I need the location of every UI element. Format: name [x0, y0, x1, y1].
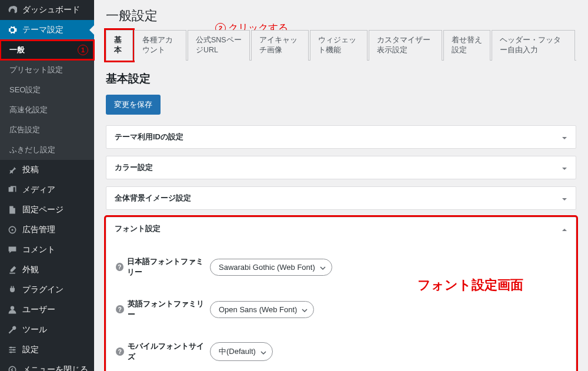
chevron-down-icon — [562, 165, 567, 171]
row-mobile-font-size: ? モバイルフォントサイズ 中(Default) — [116, 330, 566, 371]
label-jp-font-family: ? 日本語フォントファミリー — [116, 256, 210, 278]
comment-icon — [7, 245, 18, 255]
select-en-font-family[interactable]: Open Sans (Web Font) — [210, 301, 314, 318]
svg-point-2 — [11, 306, 14, 310]
section-heading: 基本設定 — [106, 71, 576, 86]
sidebar-sub-fukidashi[interactable]: ふきだし設定 — [0, 140, 94, 160]
panel-color-header[interactable]: カラー設定 — [106, 156, 576, 179]
panel-theme-id-header[interactable]: テーマ利用IDの設定 — [106, 126, 576, 148]
main-content: 一般設定 2 クリックする 基本 各種アカウント 公式SNSページURL アイキ… — [94, 0, 588, 371]
tab-kisekae[interactable]: 着せ替え設定 — [443, 30, 491, 61]
select-mobile-font-size-value: 中(Default) — [219, 346, 256, 357]
sidebar-media[interactable]: メディア — [0, 180, 94, 200]
tab-eyecatch[interactable]: アイキャッチ画像 — [251, 30, 309, 61]
panel-font-body: ? 日本語フォントファミリー Sawarabi Gothic (Web Font… — [106, 240, 576, 371]
chevron-down-icon — [260, 349, 266, 355]
admin-sidebar: ダッシュボード テーマ設定 一般 1 プリセット設定 SEO設定 高速化設定 広… — [0, 0, 94, 371]
sidebar-users[interactable]: ユーザー — [0, 300, 94, 320]
svg-point-1 — [11, 229, 13, 230]
svg-point-5 — [10, 351, 12, 353]
chevron-down-icon — [562, 195, 567, 201]
pin-icon — [7, 165, 18, 175]
sidebar-tools[interactable]: ツール — [0, 320, 94, 340]
panel-theme-id-title: テーマ利用IDの設定 — [115, 132, 183, 142]
sidebar-sub-general-label: 一般 — [9, 45, 25, 55]
sidebar-pages[interactable]: 固定ページ — [0, 200, 94, 220]
annotation-font-panel-label: フォント設定画面 — [417, 276, 523, 294]
row-en-font-family: ? 英語フォントファミリー Open Sans (Web Font) — [116, 288, 566, 330]
panel-color: カラー設定 — [106, 156, 576, 179]
page-title: 一般設定 — [106, 0, 576, 29]
sidebar-ad-manage[interactable]: 広告管理 — [0, 220, 94, 240]
svg-point-3 — [10, 346, 12, 348]
select-jp-font-family[interactable]: Sawarabi Gothic (Web Font) — [210, 259, 332, 276]
chevron-down-icon — [320, 264, 326, 270]
annotation-number-1: 1 — [78, 45, 88, 55]
sidebar-sub-ads[interactable]: 広告設定 — [0, 120, 94, 140]
tab-sns-url[interactable]: 公式SNSページURL — [188, 30, 250, 61]
tab-accounts[interactable]: 各種アカウント — [134, 30, 186, 61]
sidebar-sub-seo[interactable]: SEO設定 — [0, 80, 94, 100]
svg-point-4 — [13, 349, 15, 350]
user-icon — [7, 305, 18, 315]
sidebar-plugins[interactable]: プラグイン — [0, 280, 94, 300]
panel-bg-image: 全体背景イメージ設定 — [106, 186, 576, 210]
label-en-font-family: ? 英語フォントファミリー — [116, 299, 210, 320]
select-en-font-family-value: Open Sans (Web Font) — [219, 305, 297, 314]
chevron-up-icon — [562, 226, 567, 232]
plug-icon — [7, 285, 18, 295]
brush-icon — [7, 265, 18, 275]
save-button[interactable]: 変更を保存 — [106, 95, 161, 115]
sidebar-collapse[interactable]: メニューを閉じる — [0, 360, 94, 371]
label-mobile-font-size: ? モバイルフォントサイズ — [116, 341, 210, 362]
panel-font: フォント設定 ? 日本語フォントファミリー Sawarabi Gothic (W… — [106, 217, 576, 371]
sidebar-theme-settings-label: テーマ設定 — [22, 25, 64, 35]
tab-widget[interactable]: ウィジェット機能 — [310, 30, 368, 61]
sidebar-submenu: 一般 1 プリセット設定 SEO設定 高速化設定 広告設定 ふきだし設定 — [0, 40, 94, 160]
tab-header-footer[interactable]: ヘッダー・フッター自由入力 — [492, 30, 575, 61]
sliders-icon — [7, 345, 18, 355]
media-icon — [7, 185, 18, 195]
collapse-icon — [7, 365, 18, 371]
sidebar-comments[interactable]: コメント — [0, 240, 94, 260]
panel-font-title: フォント設定 — [115, 223, 161, 234]
select-mobile-font-size[interactable]: 中(Default) — [210, 342, 273, 361]
panel-bg-image-header[interactable]: 全体背景イメージ設定 — [106, 187, 576, 209]
tab-customizer[interactable]: カスタマイザー表示設定 — [369, 30, 442, 61]
sidebar-sub-preset[interactable]: プリセット設定 — [0, 60, 94, 80]
gear-icon — [7, 25, 18, 35]
panel-bg-image-title: 全体背景イメージ設定 — [115, 193, 191, 203]
sidebar-posts[interactable]: 投稿 — [0, 160, 94, 180]
dashboard-icon — [7, 5, 18, 15]
panel-font-header[interactable]: フォント設定 — [106, 218, 576, 240]
page-icon — [7, 205, 18, 215]
sidebar-sub-speed[interactable]: 高速化設定 — [0, 100, 94, 120]
sidebar-settings[interactable]: 設定 — [0, 340, 94, 360]
target-icon — [7, 225, 18, 235]
tab-basic[interactable]: 基本 — [106, 30, 133, 61]
wrench-icon — [7, 325, 18, 335]
panel-theme-id: テーマ利用IDの設定 — [106, 125, 576, 149]
chevron-down-icon — [562, 134, 567, 140]
help-icon[interactable]: ? — [116, 347, 124, 356]
help-icon[interactable]: ? — [116, 305, 124, 313]
select-jp-font-family-value: Sawarabi Gothic (Web Font) — [219, 263, 315, 272]
help-icon[interactable]: ? — [116, 263, 123, 271]
sidebar-theme-settings[interactable]: テーマ設定 — [0, 20, 94, 40]
chevron-down-icon — [302, 306, 308, 312]
sidebar-sub-general[interactable]: 一般 1 — [0, 40, 94, 60]
panel-color-title: カラー設定 — [115, 162, 153, 173]
settings-tabs: 基本 各種アカウント 公式SNSページURL アイキャッチ画像 ウィジェット機能… — [106, 29, 576, 61]
sidebar-dashboard[interactable]: ダッシュボード — [0, 0, 94, 20]
sidebar-appearance[interactable]: 外観 — [0, 260, 94, 280]
sidebar-dashboard-label: ダッシュボード — [22, 5, 80, 15]
